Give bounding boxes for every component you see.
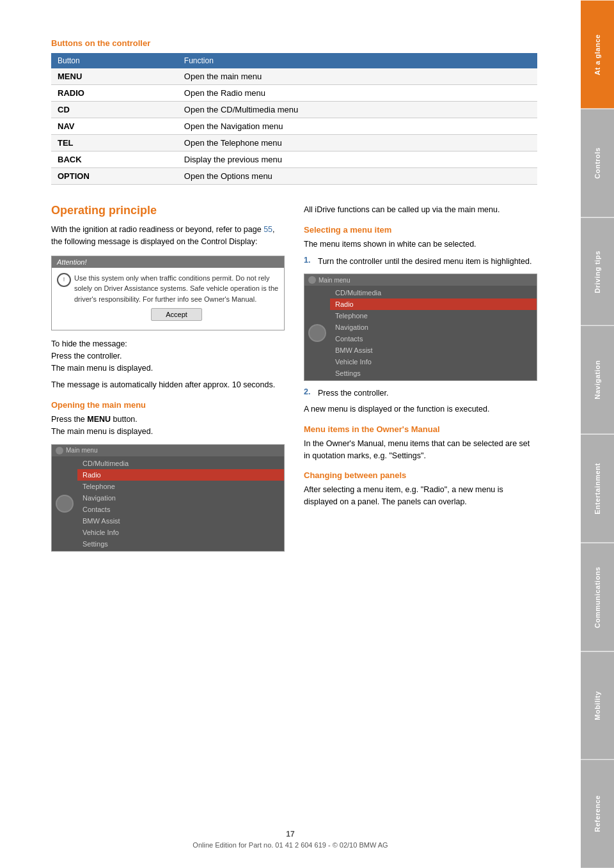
table-row: NAVOpen the Navigation menu bbox=[51, 118, 537, 135]
sidebar-tab-entertainment[interactable]: Entertainment bbox=[581, 434, 614, 543]
menu-icon-right bbox=[308, 276, 316, 284]
menu-screenshot-right: Main menu CD/MultimediaRadioTelephoneNav… bbox=[304, 274, 537, 381]
list-item[interactable]: Contacts bbox=[330, 333, 537, 345]
footer-text: Online Edition for Part no. 01 41 2 604 … bbox=[0, 841, 581, 849]
button-cell: CD bbox=[51, 102, 178, 118]
function-cell: Open the Options menu bbox=[178, 168, 537, 185]
col-header-button: Button bbox=[51, 53, 178, 68]
menu-list-right: CD/MultimediaRadioTelephoneNavigationCon… bbox=[330, 286, 537, 380]
table-row: RADIOOpen the Radio menu bbox=[51, 85, 537, 102]
menu-title-text-right: Main menu bbox=[319, 277, 350, 284]
button-cell: TEL bbox=[51, 135, 178, 151]
selecting-heading: Selecting a menu item bbox=[304, 225, 537, 235]
list-item[interactable]: Settings bbox=[77, 538, 284, 550]
function-cell: Open the CD/Multimedia menu bbox=[178, 102, 537, 118]
step-2-number: 2. bbox=[304, 387, 313, 399]
changing-panels-heading: Changing between panels bbox=[304, 470, 537, 480]
opening-main-menu-heading: Opening the main menu bbox=[51, 400, 285, 410]
button-cell: NAV bbox=[51, 118, 178, 135]
owners-manual-text: In the Owner's Manual, menu items that c… bbox=[304, 438, 537, 462]
list-item[interactable]: Contacts bbox=[77, 504, 284, 515]
operating-principle-title: Operating principle bbox=[51, 204, 285, 217]
operating-principle-section: Operating principle With the ignition at… bbox=[51, 204, 537, 558]
list-item[interactable]: CD/Multimedia bbox=[77, 458, 284, 469]
list-item[interactable]: CD/Multimedia bbox=[330, 287, 537, 298]
hide-message-text: To hide the message: Press the controlle… bbox=[51, 338, 285, 374]
menu-items-container-right: CD/MultimediaRadioTelephoneNavigationCon… bbox=[304, 286, 537, 380]
attention-header: Attention! bbox=[52, 256, 284, 268]
sidebar-tab-navigation[interactable]: Navigation bbox=[581, 325, 614, 434]
step-1-number: 1. bbox=[304, 256, 313, 268]
selecting-text: The menu items shown in white can be sel… bbox=[304, 238, 537, 251]
function-cell: Open the Radio menu bbox=[178, 85, 537, 102]
right-column: All iDrive functions can be called up vi… bbox=[304, 204, 537, 558]
button-cell: RADIO bbox=[51, 85, 178, 102]
function-cell: Display the previous menu bbox=[178, 151, 537, 168]
step-1: 1. Turn the controller until the desired… bbox=[304, 256, 537, 268]
table-row: TELOpen the Telephone menu bbox=[51, 135, 537, 151]
list-item[interactable]: Telephone bbox=[330, 310, 537, 322]
right-intro-text: All iDrive functions can be called up vi… bbox=[304, 204, 537, 216]
list-item[interactable]: Settings bbox=[330, 368, 537, 379]
step-2-result: A new menu is displayed or the function … bbox=[304, 403, 537, 415]
menu-icon bbox=[56, 447, 63, 454]
function-cell: Open the Navigation menu bbox=[178, 118, 537, 135]
menu-button-label: MENU bbox=[87, 415, 111, 424]
controller-side-right bbox=[304, 286, 330, 380]
menu-title-text: Main menu bbox=[66, 447, 97, 454]
menu-title-bar-right: Main menu bbox=[304, 274, 537, 286]
open-menu-instruction: Press the MENU button. The main menu is … bbox=[51, 414, 285, 438]
button-cell: MENU bbox=[51, 68, 178, 85]
list-item[interactable]: Navigation bbox=[77, 492, 284, 504]
menu-items-container-left: CD/MultimediaRadioTelephoneNavigationCon… bbox=[52, 456, 284, 551]
function-cell: Open the Telephone menu bbox=[178, 135, 537, 151]
sidebar-tab-communications[interactable]: Communications bbox=[581, 543, 614, 651]
button-cell: BACK bbox=[51, 151, 178, 168]
step-1-text: Turn the controller until the desired me… bbox=[318, 256, 531, 268]
buttons-table: Button Function MENUOpen the main menuRA… bbox=[51, 53, 537, 185]
table-row: CDOpen the CD/Multimedia menu bbox=[51, 102, 537, 118]
sidebar-tab-reference[interactable]: Reference bbox=[581, 759, 614, 868]
list-item[interactable]: Navigation bbox=[330, 322, 537, 333]
owners-manual-heading: Menu items in the Owner's Manual bbox=[304, 424, 537, 434]
list-item[interactable]: BMW Assist bbox=[330, 345, 537, 356]
table-row: MENUOpen the main menu bbox=[51, 68, 537, 85]
sidebar-tab-mobility[interactable]: Mobility bbox=[581, 651, 614, 760]
changing-panels-text: After selecting a menu item, e.g. "Radio… bbox=[304, 484, 537, 508]
accept-button[interactable]: Accept bbox=[151, 308, 202, 321]
sidebar-tab-controls[interactable]: Controls bbox=[581, 109, 614, 217]
menu-screenshot-left: Main menu CD/MultimediaRadioTelephoneNav… bbox=[51, 444, 285, 552]
table-row: OPTIONOpen the Options menu bbox=[51, 168, 537, 185]
warning-icon: ! bbox=[57, 273, 71, 287]
button-cell: OPTION bbox=[51, 168, 178, 185]
col-header-function: Function bbox=[178, 53, 537, 68]
function-cell: Open the main menu bbox=[178, 68, 537, 85]
auto-hide-text: The message is automatically hidden afte… bbox=[51, 379, 285, 391]
menu-title-bar-left: Main menu bbox=[52, 445, 284, 456]
controller-side-left bbox=[52, 456, 77, 551]
sidebar-tab-driving-tips[interactable]: Driving tips bbox=[581, 217, 614, 326]
page-number: 17 bbox=[0, 830, 581, 839]
list-item[interactable]: Radio bbox=[330, 298, 537, 310]
page-footer: 17 Online Edition for Part no. 01 41 2 6… bbox=[0, 830, 581, 849]
step-2-text: Press the controller. bbox=[318, 387, 388, 399]
sidebar-tab-at-a-glance[interactable]: At a glance bbox=[581, 0, 614, 109]
step-2: 2. Press the controller. bbox=[304, 387, 537, 399]
intro-paragraph: With the ignition at radio readiness or … bbox=[51, 224, 285, 248]
controller-knob-left[interactable] bbox=[56, 495, 74, 513]
attention-box: Attention! ! Use this system only when t… bbox=[51, 256, 285, 331]
page-link[interactable]: 55 bbox=[264, 225, 272, 234]
attention-body: ! Use this system only when traffic cond… bbox=[52, 268, 284, 330]
list-item[interactable]: Vehicle Info bbox=[77, 527, 284, 538]
list-item[interactable]: Telephone bbox=[77, 481, 284, 492]
controller-knob-right[interactable] bbox=[308, 324, 326, 342]
list-item[interactable]: BMW Assist bbox=[77, 515, 284, 527]
list-item[interactable]: Radio bbox=[77, 469, 284, 481]
buttons-section: Buttons on the controller Button Functio… bbox=[51, 38, 537, 185]
menu-list-left: CD/MultimediaRadioTelephoneNavigationCon… bbox=[77, 456, 284, 551]
table-row: BACKDisplay the previous menu bbox=[51, 151, 537, 168]
buttons-section-title: Buttons on the controller bbox=[51, 38, 537, 48]
attention-text: Use this system only when traffic condit… bbox=[74, 274, 278, 303]
sidebar: At a glanceControlsDriving tipsNavigatio… bbox=[581, 0, 614, 868]
list-item[interactable]: Vehicle Info bbox=[330, 356, 537, 368]
